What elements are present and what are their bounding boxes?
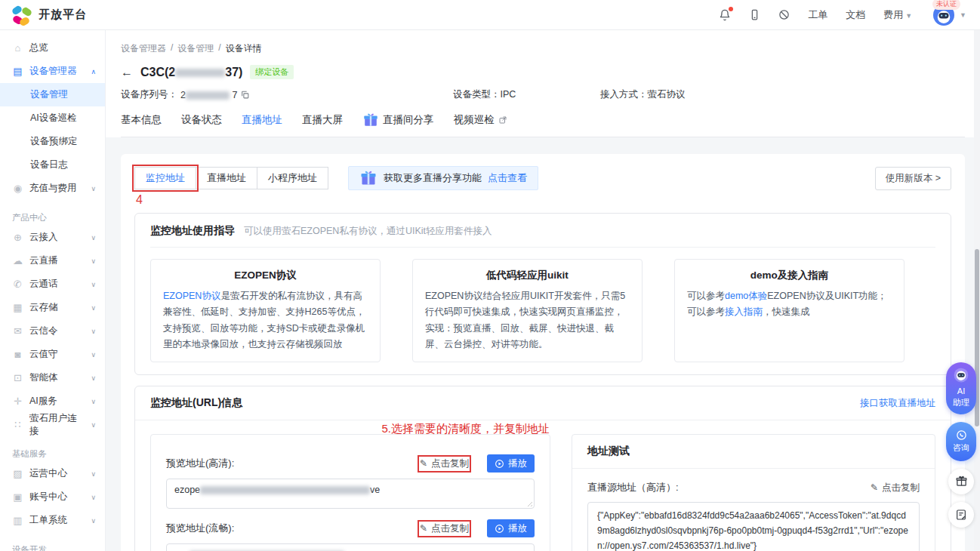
- gift-promo-button[interactable]: [948, 469, 974, 494]
- guide-title: 监控地址使用指导: [150, 224, 235, 238]
- chevron-down-icon: ∨: [91, 304, 96, 312]
- sidebar-item-label: 运营中心: [29, 467, 67, 480]
- preview-smooth-play-button[interactable]: 播放: [487, 519, 535, 537]
- chevron-down-icon: ∨: [91, 421, 96, 429]
- sidebar-item-overview[interactable]: ⌂ 总览: [0, 36, 105, 60]
- sidebar-item-billing[interactable]: ◉ 充值与费用 ∨: [0, 177, 105, 200]
- preview-hd-copy-button[interactable]: ✎ 点击复制: [420, 457, 469, 470]
- tab-basic-info[interactable]: 基本信息: [121, 112, 162, 128]
- back-button[interactable]: ←: [121, 66, 133, 79]
- gift-icon: [359, 169, 378, 187]
- sidebar-item-ai-service[interactable]: ✛ AI服务 ∨: [0, 389, 105, 413]
- address-test-title: 地址测试: [572, 435, 935, 469]
- sidebar-item-device-prebind[interactable]: 设备预绑定: [0, 130, 105, 153]
- sidebar-item-cloud-guard[interactable]: ◙ 云值守 ∨: [0, 343, 105, 366]
- logo-text: 开放平台: [39, 8, 87, 22]
- sidebar-item-cloud-access[interactable]: ⊕ 云接入 ∨: [0, 226, 105, 249]
- sidebar-item-agent[interactable]: ⊡ 智能体 ∨: [0, 366, 105, 389]
- cloud-guard-icon: ◙: [12, 349, 23, 360]
- tab-live-address[interactable]: 直播地址: [242, 112, 282, 128]
- notification-bell-icon[interactable]: [719, 9, 731, 21]
- sidebar-item-operation-center[interactable]: ▨ 运营中心 ∨: [0, 462, 105, 485]
- account-center-icon: ▣: [12, 491, 23, 503]
- feedback-form-button[interactable]: [948, 502, 974, 528]
- api-get-address-link[interactable]: 接口获取直播地址: [860, 397, 935, 410]
- annotation-box-step4: 监控地址: [134, 167, 196, 189]
- pencil-icon: ✎: [871, 482, 878, 493]
- sidebar-item-workorder-system[interactable]: ▥ 工单系统 ∨: [0, 509, 105, 532]
- sidebar-item-label: AI服务: [29, 395, 57, 408]
- device-tabs: 基本信息 设备状态 直播地址 直播大屏 直播间分享 视频巡检: [121, 112, 965, 137]
- live-source-copy-button[interactable]: ✎ 点击复制: [871, 482, 920, 494]
- preview-smooth-label: 预览地址(流畅):: [166, 522, 234, 535]
- sidebar-item-device-logs[interactable]: 设备日志: [0, 153, 105, 177]
- logo[interactable]: 开放平台: [12, 5, 87, 25]
- sidebar-item-device-management[interactable]: 设备管理: [0, 83, 105, 106]
- sidebar-item-cloud-signal[interactable]: ✉ 云信令 ∨: [0, 319, 105, 343]
- access-guide-link[interactable]: 接入指南: [725, 306, 763, 317]
- tab-live-screen[interactable]: 直播大屏: [302, 112, 343, 128]
- sidebar-item-label: 云信令: [29, 325, 58, 337]
- nav-fees-label: 费用: [883, 9, 903, 20]
- cloud-access-icon: ⊕: [12, 232, 23, 243]
- sidebar-item-account-center[interactable]: ▣ 账号中心 ∨: [0, 485, 105, 509]
- operation-center-icon: ▨: [12, 468, 23, 479]
- banner-text: 获取更多直播分享功能: [384, 171, 482, 185]
- sidebar-item-user-connect[interactable]: ∷ 萤石用户连接 ∨: [0, 413, 105, 436]
- nav-docs[interactable]: 文档: [846, 8, 865, 22]
- usage-guide-panel: 监控地址使用指导 可以使用萤石EZOPEN私有协议，通过UIKit轻应用套件接入…: [134, 213, 951, 375]
- use-new-version-button[interactable]: 使用新版本 >: [875, 167, 951, 190]
- ezopen-protocol-link[interactable]: EZOPEN协议: [163, 291, 220, 301]
- tab-room-share[interactable]: 直播间分享: [362, 112, 434, 128]
- form-pen-icon: [955, 509, 967, 521]
- ai-assistant-label: 助理: [946, 397, 976, 408]
- live-source-textarea[interactable]: {"AppKey":"ebbafd16d8324fdd9c54a2aaa6b24…: [587, 502, 920, 551]
- serial-prefix: 2: [180, 90, 186, 100]
- type-label: 设备类型：: [453, 89, 501, 100]
- copy-label: 点击复制: [431, 522, 469, 535]
- subtab-miniprogram-address[interactable]: 小程序地址: [257, 167, 328, 189]
- sidebar-item-ai-inspection[interactable]: AI设备巡检: [0, 106, 105, 130]
- preview-smooth-textarea[interactable]: ezo1.live: [166, 543, 535, 551]
- banner-view-link[interactable]: 点击查看: [488, 171, 527, 185]
- preview-hd-play-button[interactable]: 播放: [487, 454, 535, 473]
- sidebar-item-device-manager[interactable]: ▤ 设备管理器 ∧: [0, 60, 105, 83]
- breadcrumb-current: 设备详情: [226, 42, 262, 55]
- pencil-icon: ✎: [420, 523, 427, 534]
- sidebar-item-cloud-live[interactable]: ☁ 云直播 ∨: [0, 249, 105, 272]
- user-avatar[interactable]: 未认证 ▼: [933, 5, 966, 26]
- url-info-title: 监控地址(URL)信息: [150, 396, 242, 410]
- link-circle-icon[interactable]: [778, 9, 790, 20]
- tab-video-inspection[interactable]: 视频巡检: [454, 112, 507, 128]
- copy-icon[interactable]: [240, 90, 250, 100]
- sidebar-item-cloud-storage[interactable]: ▦ 云存储 ∨: [0, 296, 105, 319]
- resize-grip[interactable]: [525, 500, 532, 506]
- consult-button[interactable]: 咨询: [946, 422, 976, 461]
- sidebar: ⌂ 总览 ▤ 设备管理器 ∧ 设备管理 AI设备巡检 设备预绑定 设备日志 ◉ …: [0, 30, 106, 551]
- logo-pinwheel-icon: [12, 5, 32, 25]
- demo-link[interactable]: demo体验: [725, 291, 767, 301]
- mobile-app-icon[interactable]: [749, 9, 760, 20]
- workorder-system-icon: ▥: [12, 515, 23, 526]
- sidebar-item-label: 充值与费用: [29, 182, 77, 195]
- sidebar-item-cloud-call[interactable]: ✆ 云通话 ∨: [0, 272, 105, 296]
- billing-icon: ◉: [12, 183, 23, 194]
- annotation-step5: 5.选择需要的清晰度，并复制地址: [381, 422, 550, 436]
- breadcrumb-item[interactable]: 设备管理器: [121, 42, 166, 55]
- tab-device-status[interactable]: 设备状态: [181, 112, 222, 128]
- ai-assistant-button[interactable]: AI 助理: [946, 362, 976, 414]
- subtab-monitor-address[interactable]: 监控地址: [134, 167, 196, 189]
- device-name: C3C(237): [140, 66, 242, 79]
- nav-workorder[interactable]: 工单: [808, 8, 827, 22]
- subtab-live-address[interactable]: 直播地址: [196, 167, 257, 189]
- main-content: 设备管理器/ 设备管理/ 设备详情 ← C3C(237) 绑定设备 设备序列号：…: [106, 30, 980, 551]
- avatar-chevron-down-icon: ▼: [960, 11, 966, 19]
- address-fields-panel: 5.选择需要的清晰度，并复制地址 预览地址(高清): ✎ 点击复制: [150, 434, 550, 551]
- guide-card-ezopen: EZOPEN协议 EZOPEN协议是萤石开发的私有流协议，具有高兼容性、低延时、…: [150, 259, 381, 362]
- nav-fees[interactable]: 费用▼: [883, 8, 912, 22]
- address-test-panel: 地址测试 直播源地址（高清）: ✎ 点击复制: [572, 434, 935, 551]
- preview-hd-textarea[interactable]: ezopeve: [166, 479, 535, 509]
- preview-smooth-copy-button[interactable]: ✎ 点击复制: [420, 522, 469, 535]
- guide-card-title: EZOPEN协议: [163, 269, 368, 282]
- breadcrumb-item[interactable]: 设备管理: [177, 42, 214, 55]
